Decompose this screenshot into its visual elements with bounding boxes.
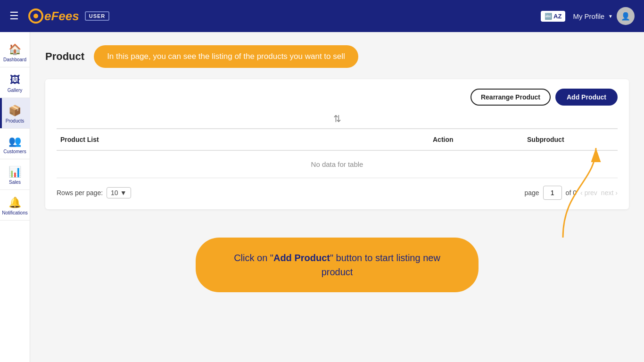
sidebar-item-sales[interactable]: 📊 Sales xyxy=(0,159,30,190)
avatar: 👤 xyxy=(617,7,635,25)
sidebar-label-products: Products xyxy=(6,118,24,123)
avatar-icon: 👤 xyxy=(621,12,630,21)
sidebar-item-gallery[interactable]: 🖼 Gallery xyxy=(0,67,30,98)
sales-icon: 📊 xyxy=(8,166,21,178)
page-title-row: Product In this page, you can see the li… xyxy=(45,45,629,68)
sort-icon-row: ⇅ xyxy=(57,113,618,124)
prev-page-button[interactable]: ‹ prev xyxy=(580,189,597,197)
sidebar-item-customers[interactable]: 👥 Customers xyxy=(0,129,30,159)
gallery-icon: 🖼 xyxy=(10,74,20,86)
prev-chevron-icon: ‹ xyxy=(580,189,583,197)
notifications-icon: 🔔 xyxy=(8,197,21,209)
lang-label: AZ xyxy=(553,13,561,20)
sidebar-label-gallery: Gallery xyxy=(8,88,23,93)
sort-icon[interactable]: ⇅ xyxy=(333,113,341,124)
rows-per-page-select[interactable]: 10 ▼ xyxy=(107,187,131,198)
col-action: Action xyxy=(429,134,523,145)
page-title: Product xyxy=(45,50,84,63)
next-label: next xyxy=(601,189,613,197)
lang-icon: 🔤 xyxy=(545,13,552,20)
logo-circle-icon xyxy=(28,8,43,24)
rearrange-product-button[interactable]: Rearrange Product xyxy=(471,89,551,106)
customers-icon: 👥 xyxy=(8,135,21,148)
sidebar-label-notifications: Notifications xyxy=(2,210,27,215)
header-right: 🔤 AZ My Profile ▼ 👤 xyxy=(541,7,635,25)
sidebar-label-customers: Customers xyxy=(3,149,26,154)
home-icon: 🏠 xyxy=(8,43,21,56)
page-tooltip-text: In this page, you can see the listing of… xyxy=(107,52,345,61)
user-badge: USER xyxy=(85,11,110,21)
active-bar xyxy=(0,98,2,128)
bottom-tooltip-bold: Add Product xyxy=(273,253,330,263)
profile-label: My Profile xyxy=(573,12,604,20)
bottom-tooltip-text-after: " button to start listing new product xyxy=(322,253,440,277)
app-header: ☰ eFees USER 🔤 AZ My Profile ▼ 👤 xyxy=(0,0,644,32)
profile-area[interactable]: My Profile ▼ 👤 xyxy=(573,7,635,25)
of-label: of 0 xyxy=(566,189,577,197)
page-tooltip-bubble: In this page, you can see the listing of… xyxy=(94,45,358,68)
sidebar-item-products[interactable]: 📦 Products xyxy=(0,98,30,129)
sidebar-item-notifications[interactable]: 🔔 Notifications xyxy=(0,190,30,221)
bottom-tooltip-text-before: Click on " xyxy=(234,253,273,263)
logo-text: eFees xyxy=(44,9,79,24)
sidebar: 🏠 Dashboard 🖼 Gallery 📦 Products 👥 Custo… xyxy=(0,32,30,362)
add-product-button[interactable]: Add Product xyxy=(555,89,618,106)
product-card: Rearrange Product Add Product ⇅ Product … xyxy=(45,79,629,209)
rows-per-page-label: Rows per page: xyxy=(57,189,103,197)
chevron-down-icon: ▼ xyxy=(608,14,613,19)
rows-dropdown-icon: ▼ xyxy=(120,189,127,197)
next-page-button[interactable]: next › xyxy=(601,189,618,197)
menu-icon[interactable]: ☰ xyxy=(9,10,19,22)
rows-value: 10 xyxy=(111,189,118,197)
logo: eFees xyxy=(28,8,79,24)
sidebar-label-dashboard: Dashboard xyxy=(3,57,26,62)
header-left: ☰ eFees USER xyxy=(9,8,109,24)
prev-label: prev xyxy=(585,189,597,197)
col-product-list: Product List xyxy=(57,134,429,145)
table-empty-message: No data for table xyxy=(57,151,618,178)
language-button[interactable]: 🔤 AZ xyxy=(541,11,565,22)
sidebar-label-sales: Sales xyxy=(9,180,21,185)
bottom-tooltip-bubble: Click on "Add Product" button to start l… xyxy=(196,238,479,292)
main-content: Product In this page, you can see the li… xyxy=(30,32,644,362)
sidebar-item-dashboard[interactable]: 🏠 Dashboard xyxy=(0,37,30,67)
next-chevron-icon: › xyxy=(615,189,618,197)
col-subproduct: Subproduct xyxy=(523,134,618,145)
page-controls: page of 0 ‹ prev next › xyxy=(524,186,618,200)
rows-per-page: Rows per page: 10 ▼ xyxy=(57,187,131,198)
card-actions: Rearrange Product Add Product xyxy=(57,89,618,106)
table-header: Product List Action Subproduct xyxy=(57,128,618,151)
page-number-input[interactable] xyxy=(543,186,562,200)
products-icon: 📦 xyxy=(8,105,21,117)
page-label: page xyxy=(524,189,539,197)
bottom-section: Click on "Add Product" button to start l… xyxy=(45,238,629,292)
pagination-row: Rows per page: 10 ▼ page of 0 ‹ prev nex… xyxy=(57,186,618,200)
